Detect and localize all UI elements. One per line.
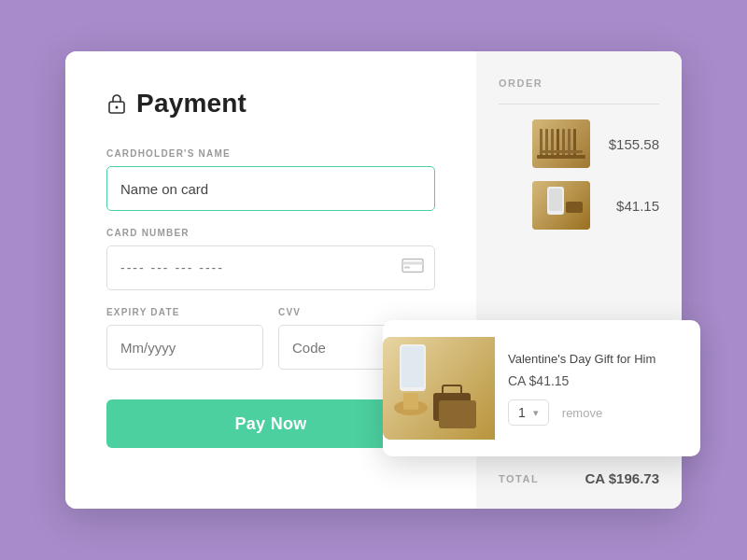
card-number-group: CARD NUMBER xyxy=(106,228,435,290)
svg-rect-17 xyxy=(566,202,583,213)
order-total-row: TOTAL CA $196.73 xyxy=(499,461,659,486)
svg-rect-2 xyxy=(402,259,423,273)
chevron-down-icon: ▾ xyxy=(533,407,539,419)
tooltip-product-image xyxy=(383,337,495,440)
svg-rect-8 xyxy=(551,129,554,157)
svg-rect-7 xyxy=(545,129,548,157)
tooltip-image-visual xyxy=(383,337,495,440)
card-number-label: CARD NUMBER xyxy=(106,228,435,238)
order-item-2: $41.15 xyxy=(499,181,659,230)
product-thumbnail-1 xyxy=(532,119,590,168)
expiry-label: EXPIRY DATE xyxy=(106,307,263,317)
tooltip-qty-row: 1 ▾ remove xyxy=(508,399,670,426)
total-value: CA $196.73 xyxy=(585,470,660,486)
cardholder-name-group: CARDHOLDER'S NAME xyxy=(106,148,435,211)
remove-button[interactable]: remove xyxy=(562,406,602,420)
svg-rect-6 xyxy=(540,129,543,157)
expiry-group: EXPIRY DATE xyxy=(106,307,263,370)
cvv-label: CVV xyxy=(278,307,435,317)
card-number-input[interactable] xyxy=(106,245,435,290)
svg-rect-20 xyxy=(402,346,424,387)
product-tooltip-card: Valentine's Day Gift for Him CA $41.15 1… xyxy=(383,320,700,456)
lock-icon xyxy=(106,93,127,114)
svg-rect-4 xyxy=(404,267,410,269)
quantity-selector[interactable]: 1 ▾ xyxy=(508,399,549,426)
order-item-1: $155.58 xyxy=(499,119,659,168)
svg-rect-3 xyxy=(402,262,423,265)
expiry-input[interactable] xyxy=(106,325,263,370)
order-label: ORDER xyxy=(499,77,659,89)
card-number-wrapper xyxy=(106,245,435,290)
tooltip-product-price: CA $41.15 xyxy=(508,373,670,388)
page-title: Payment xyxy=(136,89,247,119)
cardholder-label: CARDHOLDER'S NAME xyxy=(106,148,435,159)
svg-rect-9 xyxy=(557,129,559,157)
total-label: TOTAL xyxy=(499,473,539,484)
tooltip-product-name: Valentine's Day Gift for Him xyxy=(508,351,670,368)
svg-rect-24 xyxy=(403,393,418,410)
svg-rect-12 xyxy=(573,129,576,157)
cardholder-name-input[interactable] xyxy=(106,166,435,211)
order-divider xyxy=(499,104,659,105)
payment-header: Payment xyxy=(106,89,435,119)
quantity-value: 1 xyxy=(518,405,526,420)
item-2-price: $41.15 xyxy=(603,198,659,214)
tooltip-content: Valentine's Day Gift for Him CA $41.15 1… xyxy=(495,351,684,426)
payment-card: Payment CARDHOLDER'S NAME CARD NUMBER xyxy=(65,51,682,509)
svg-rect-11 xyxy=(568,129,571,157)
svg-rect-10 xyxy=(562,129,565,157)
item-1-price: $155.58 xyxy=(603,136,659,152)
svg-rect-16 xyxy=(549,189,562,211)
credit-card-icon xyxy=(402,259,424,278)
product-thumbnail-2 xyxy=(532,181,590,230)
svg-rect-13 xyxy=(537,155,585,159)
svg-point-1 xyxy=(116,106,119,109)
